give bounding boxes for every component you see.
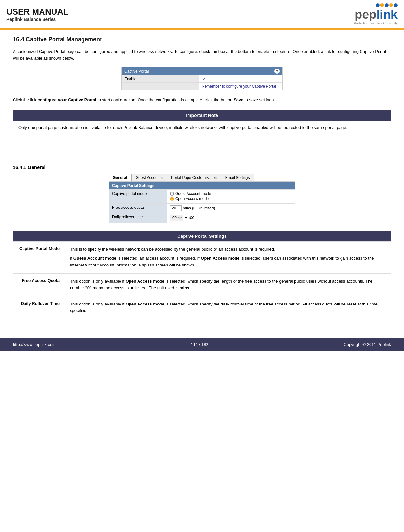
logo-link-text: link (377, 8, 398, 22)
mini-ui-enable-value: ✓ (199, 75, 282, 83)
desc-label-daily-rollover: Daily Rollover Time (13, 296, 65, 319)
mini-ui-help-icon: ? (274, 69, 280, 74)
footer-page: - 111 / 182 - (188, 342, 211, 347)
tab-portal-page-customization[interactable]: Portal Page Customization (167, 174, 221, 181)
settings-row-daily-rollover: Daily rollover time 02 ▼ :00 (109, 213, 295, 223)
settings-label-daily-rollover: Daily rollover time (109, 213, 167, 223)
mini-ui-enable-row: Enable ✓ (122, 75, 282, 83)
settings-value-daily-rollover: 02 ▼ :00 (167, 213, 295, 223)
radio-label-guest: Guest Account mode (175, 191, 211, 196)
settings-label-free-access: Free access quota (109, 204, 167, 213)
mini-ui-remember-link[interactable]: Remember to configure your Captive Porta… (199, 83, 282, 90)
click-info-text: Click the link configure your Captive Po… (13, 97, 391, 103)
logo-pep-text: pep (355, 8, 377, 22)
footer-copyright: Copyright © 2011 Peplink (343, 342, 391, 347)
mini-ui-enable-label: Enable (122, 75, 199, 83)
daily-rollover-select[interactable]: 02 (170, 215, 183, 221)
dot-orange-1 (380, 3, 384, 7)
logo-dots (376, 3, 398, 7)
desc-value-captive-mode: This is to specify the wireless network … (65, 242, 391, 273)
radio-circle-guest (170, 192, 174, 196)
desc-label-free-access: Free Access Quota (13, 274, 65, 296)
settings-value-captive-mode: Guest Account mode Open Access mode (167, 190, 295, 203)
desc-row-free-access: Free Access Quota This option is only av… (13, 273, 391, 296)
tab-general[interactable]: General (109, 174, 131, 181)
mini-ui-header-label: Captive Portal (124, 69, 149, 73)
section-16-4-intro: A customized Captive Portal page can be … (13, 48, 391, 62)
free-access-suffix: mins (0: Unlimited) (183, 206, 215, 210)
header-title-block: USER MANUAL Peplink Balance Series (6, 7, 68, 22)
captive-portal-mini-ui: Captive Portal ? Enable ✓ Remember to co… (121, 67, 283, 91)
settings-row-free-access: Free access quota mins (0: Unlimited) (109, 203, 295, 213)
page-header: USER MANUAL Peplink Balance Series pep l… (0, 0, 404, 30)
desc-value-daily-rollover: This option is only available if Open Ac… (65, 296, 391, 319)
desc-label-captive-mode: Captive Portal Mode (13, 242, 65, 273)
settings-mini-table: Captive Portal Settings Captive portal m… (109, 181, 295, 223)
radio-circle-open (170, 197, 174, 201)
page-footer: http://www.peplink.com - 111 / 182 - Cop… (0, 338, 404, 351)
footer-url: http://www.peplink.com (13, 342, 56, 347)
dot-blue-1 (376, 3, 380, 7)
mini-ui-remember-label (122, 83, 199, 90)
logo-text-row: pep link (355, 8, 398, 22)
desc-row-captive-mode: Captive Portal Mode This is to specify t… (13, 241, 391, 273)
important-note-body: Only one portal page customization is av… (13, 121, 391, 135)
section-16-4-heading: 16.4 Captive Portal Management (13, 36, 391, 44)
tab-guest-accounts[interactable]: Guest Accounts (131, 174, 167, 181)
daily-rollover-suffix: ▼ :00 (184, 216, 194, 220)
important-note-header: Important Note (13, 110, 391, 121)
settings-value-free-access: mins (0: Unlimited) (167, 204, 295, 213)
radio-guest-account-mode[interactable]: Guest Account mode (170, 191, 292, 196)
main-content: 16.4 Captive Portal Management A customi… (0, 30, 404, 325)
tabs-bar: General Guest Accounts Portal Page Custo… (109, 174, 295, 181)
important-note-box: Important Note Only one portal page cust… (13, 110, 391, 135)
free-access-input[interactable] (170, 205, 182, 211)
settings-label-captive-mode: Captive portal mode (109, 190, 167, 203)
radio-label-open: Open Access mode (175, 197, 209, 201)
mini-ui-remember-row: Remember to configure your Captive Porta… (122, 82, 282, 90)
desc-value-free-access: This option is only available if Open Ac… (65, 274, 391, 296)
settings-row-captive-mode: Captive portal mode Guest Account mode O… (109, 189, 295, 203)
desc-table-header: Captive Portal Settings (13, 231, 391, 241)
desc-table: Captive Portal Settings Captive Portal M… (13, 231, 391, 319)
settings-mini-header: Captive Portal Settings (109, 182, 295, 189)
dot-orange-2 (389, 3, 393, 7)
dot-blue-2 (385, 3, 389, 7)
tab-email-settings[interactable]: Email Settings (221, 174, 254, 181)
mini-ui-header: Captive Portal ? (122, 67, 282, 75)
section-16-4-1-heading: 16.4.1 General (13, 164, 391, 170)
radio-open-access-mode[interactable]: Open Access mode (170, 197, 292, 201)
enable-checkbox[interactable]: ✓ (202, 77, 206, 81)
header-subtitle: Peplink Balance Series (6, 17, 68, 22)
header-title: USER MANUAL (6, 7, 68, 17)
logo-tagline: Protecting Business Continuity (354, 22, 398, 25)
dot-blue-3 (394, 3, 398, 7)
peplink-logo: pep link Protecting Business Continuity (354, 3, 398, 25)
desc-row-daily-rollover: Daily Rollover Time This option is only … (13, 296, 391, 319)
logo-block: pep link Protecting Business Continuity (354, 3, 398, 25)
